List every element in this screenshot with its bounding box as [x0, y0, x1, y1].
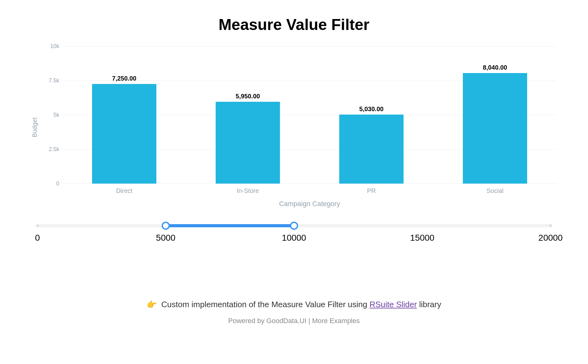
bar[interactable] [216, 102, 280, 184]
footer-text-after: library [417, 300, 441, 309]
bar-value-label: 5,950.00 [236, 93, 260, 100]
bar-slot: 8,040.00 [433, 46, 557, 184]
bar[interactable] [339, 115, 404, 184]
bar-value-label: 5,030.00 [359, 106, 384, 113]
slider-handle-from[interactable] [162, 222, 170, 230]
bar[interactable] [92, 84, 156, 184]
powered-by: Powered by GoodData.UI | More Examples [19, 317, 569, 325]
slider-end-dot [36, 224, 39, 227]
range-slider[interactable]: 05000100001500020000 [37, 224, 551, 243]
x-tick-label: Social [433, 187, 557, 194]
slider-selected-range[interactable] [166, 224, 294, 227]
slider-tick-label: 20000 [538, 233, 563, 243]
y-tick-label: 5k [44, 112, 59, 118]
x-axis-label: Campaign Category [62, 200, 557, 208]
y-tick-label: 2.5k [44, 146, 59, 153]
slider-track[interactable] [37, 224, 551, 227]
slider-tick-label: 5000 [156, 233, 175, 243]
bar-slot: 7,250.00 [62, 46, 186, 184]
bar-slot: 5,950.00 [186, 46, 310, 184]
footer-text-before: Custom implementation of the Measure Val… [161, 300, 370, 309]
slider-end-dot [549, 224, 552, 227]
x-tick-row: DirectIn-StorePRSocial [62, 187, 557, 194]
y-tick-label: 10k [44, 43, 59, 50]
more-examples-link[interactable]: More Examples [312, 317, 360, 325]
powered-brand[interactable]: GoodData.UI [267, 317, 306, 325]
footer-note: 👉 Custom implementation of the Measure V… [19, 300, 569, 309]
bar[interactable] [463, 73, 527, 184]
bar-slot: 5,030.00 [310, 46, 433, 184]
x-tick-label: PR [310, 187, 433, 194]
bar-value-label: 8,040.00 [483, 64, 507, 71]
slider-tick-labels: 05000100001500020000 [37, 233, 551, 243]
rsuite-slider-link[interactable]: RSuite Slider [370, 300, 417, 309]
x-tick-label: Direct [62, 187, 186, 194]
slider-tick-label: 0 [35, 233, 40, 243]
y-tick-label: 0 [44, 180, 59, 187]
y-tick-label: 7.5k [44, 77, 59, 84]
x-tick-label: In-Store [186, 187, 310, 194]
slider-tick-label: 15000 [410, 233, 434, 243]
slider-tick-label: 10000 [282, 233, 306, 243]
y-axis-label: Budget [31, 117, 38, 137]
bar-chart: Budget 02.5k5k7.5k10k7,250.005,950.005,0… [19, 43, 569, 212]
grid-line [62, 184, 557, 184]
point-right-icon: 👉 [147, 300, 157, 309]
bars-row: 7,250.005,950.005,030.008,040.00 [62, 46, 557, 184]
slider-handle-to[interactable] [290, 222, 298, 230]
bar-value-label: 7,250.00 [112, 75, 136, 82]
page-title: Measure Value Filter [19, 16, 569, 34]
